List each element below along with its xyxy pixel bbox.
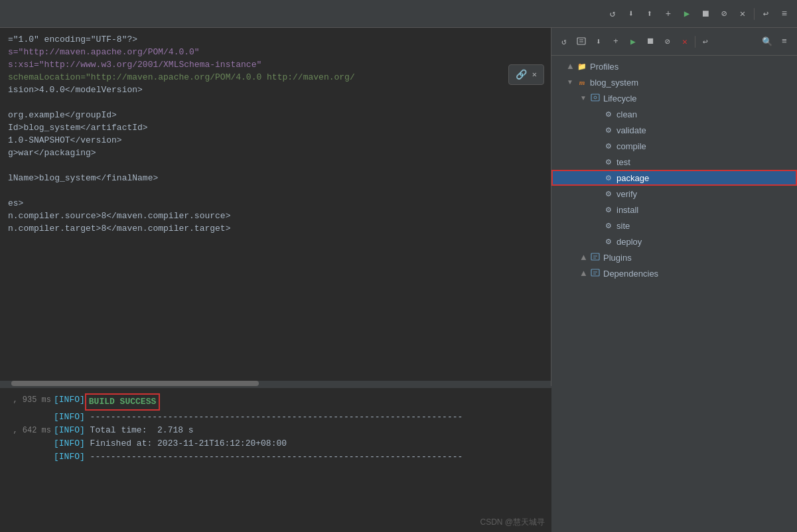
lifecycle-arrow-icon: ▼: [578, 93, 589, 103]
maven-panel: ↺ ⬇ + ▶ ⏹ ⊘ ✕ ↩ 🔍 ≡ ▶: [551, 28, 797, 532]
code-line: [0, 184, 551, 197]
notification-link-icon: 🔗: [516, 69, 527, 80]
terminal-info-tag: [INFO]: [54, 393, 85, 407]
plugins-folder-icon: [590, 252, 601, 263]
profiles-label: Profiles: [590, 62, 618, 72]
lifecycle-folder-icon: [590, 93, 601, 103]
code-hscrollbar[interactable]: [0, 381, 551, 386]
code-line: schemaLocation="http://maven.apache.org/…: [0, 71, 551, 84]
profiles-arrow-icon: ▶: [565, 61, 575, 72]
close-icon[interactable]: ✕: [735, 7, 750, 21]
test-gear-icon: ⚙: [603, 157, 614, 167]
terminal-content: , 935 ms [INFO] BUILD SUCCESS [INFO] ---…: [0, 388, 551, 532]
tree-item-profiles[interactable]: ▶ 📁 Profiles: [551, 58, 797, 74]
tree-item-clean[interactable]: ▶ ⚙ clean: [551, 106, 797, 122]
dependencies-folder-icon: [590, 268, 601, 279]
code-line: es>: [0, 197, 551, 210]
terminal-info-tag: [INFO]: [54, 411, 85, 424]
maven-refresh-icon[interactable]: ↺: [557, 34, 571, 49]
terminal-line: [INFO] Finished at: 2023-11-21T16:12:20+…: [8, 437, 543, 450]
code-line: ="1.0" encoding="UTF-8"?>: [0, 33, 551, 46]
svg-rect-8: [591, 269, 599, 276]
tree-item-plugins[interactable]: ▶ Plugins: [551, 249, 797, 265]
tree-item-verify[interactable]: ▶ ⚙ verify: [551, 186, 797, 202]
tree-item-site[interactable]: ▶ ⚙ site: [551, 218, 797, 233]
terminal-line: , 642 ms [INFO] Total time: 2.718 s: [8, 424, 543, 437]
clean-label: clean: [616, 109, 637, 119]
skip-icon[interactable]: ⊘: [717, 7, 731, 21]
refresh-icon[interactable]: ↺: [605, 7, 620, 21]
blog-system-arrow-icon: ▼: [565, 77, 575, 88]
run-icon[interactable]: ▶: [680, 7, 694, 21]
maven-sep: [695, 36, 695, 48]
deploy-gear-icon: ⚙: [603, 236, 614, 247]
lifecycle-label: Lifecycle: [603, 94, 637, 103]
main-area: 🔗 ✕ ="1.0" encoding="UTF-8"?> s="http://…: [0, 28, 797, 532]
site-label: site: [616, 221, 630, 231]
maven-generate-icon[interactable]: [574, 34, 589, 49]
maven-skip-icon[interactable]: ⊘: [660, 34, 675, 49]
install-gear-icon: ⚙: [603, 204, 614, 215]
site-gear-icon: ⚙: [603, 220, 614, 231]
tree-item-package[interactable]: ▶ ⚙ package: [551, 170, 797, 186]
tree-item-test[interactable]: ▶ ⚙ test: [551, 154, 797, 170]
tree-item-compile[interactable]: ▶ ⚙ compile: [551, 138, 797, 154]
code-line: n.compiler.source>8</maven.compiler.sour…: [0, 210, 551, 222]
validate-gear-icon: ⚙: [603, 125, 614, 135]
back-icon[interactable]: ↩: [759, 7, 773, 21]
plugins-label: Plugins: [603, 253, 632, 263]
verify-gear-icon: ⚙: [603, 188, 614, 199]
code-line: [0, 159, 551, 172]
maven-back-icon[interactable]: ↩: [698, 34, 713, 49]
tree-item-blog-system[interactable]: ▼ m blog_system: [551, 74, 797, 90]
maven-menu-icon[interactable]: ≡: [777, 34, 792, 49]
compile-label: compile: [616, 141, 646, 151]
maven-download-icon[interactable]: ⬇: [591, 34, 606, 49]
maven-close-icon[interactable]: ✕: [678, 34, 692, 49]
hscrollbar-thumb[interactable]: [11, 381, 259, 386]
tree-item-dependencies[interactable]: ▶ Dependencies: [551, 265, 797, 281]
terminal-line: [INFO] ---------------------------------…: [8, 411, 543, 424]
profiles-folder-icon: 📁: [577, 61, 587, 72]
code-line: lName>blog_system</finalName>: [0, 172, 551, 184]
maven-toolbar: ↺ ⬇ + ▶ ⏹ ⊘ ✕ ↩ 🔍 ≡: [551, 28, 797, 56]
download-icon[interactable]: ⬇: [624, 7, 638, 21]
upload-icon[interactable]: ⬆: [642, 7, 657, 21]
test-label: test: [616, 157, 630, 167]
notification-popup[interactable]: 🔗 ✕: [508, 64, 544, 85]
tree-item-lifecycle[interactable]: ▼ Lifecycle: [551, 90, 797, 106]
notification-close-button[interactable]: ✕: [532, 70, 537, 80]
code-line: g>war</packaging>: [0, 147, 551, 159]
validate-label: validate: [616, 125, 646, 135]
terminal-line: , 935 ms [INFO] BUILD SUCCESS: [8, 393, 543, 411]
build-success-highlight: BUILD SUCCESS: [85, 393, 160, 411]
code-editor: 🔗 ✕ ="1.0" encoding="UTF-8"?> s="http://…: [0, 28, 551, 386]
terminal-info-tag: [INFO]: [54, 437, 85, 450]
toolbar-icons: ↺ ⬇ ⬆ + ▶ ⏹ ⊘ ✕ ↩ ≡: [605, 7, 792, 21]
terminal-line: [INFO] ---------------------------------…: [8, 450, 543, 464]
menu-icon[interactable]: ≡: [777, 7, 792, 21]
add-icon[interactable]: +: [661, 7, 676, 21]
tree-item-install[interactable]: ▶ ⚙ install: [551, 202, 797, 218]
install-label: install: [616, 205, 638, 215]
maven-run-icon[interactable]: ▶: [626, 34, 640, 49]
svg-rect-3: [591, 94, 599, 101]
terminal-timestamp: , 642 ms: [8, 424, 51, 437]
package-gear-icon: ⚙: [603, 172, 614, 183]
dependencies-label: Dependencies: [603, 269, 658, 279]
plugins-arrow-icon: ▶: [578, 252, 589, 263]
maven-stop-icon[interactable]: ⏹: [643, 34, 658, 49]
clean-gear-icon: ⚙: [603, 109, 614, 119]
svg-rect-5: [591, 253, 599, 260]
maven-add-icon[interactable]: +: [609, 34, 623, 49]
tree-item-deploy[interactable]: ▶ ⚙ deploy: [551, 233, 797, 249]
terminal-timestamp: , 935 ms: [8, 393, 51, 407]
stop-icon[interactable]: ⏹: [698, 7, 713, 21]
top-toolbar: ↺ ⬇ ⬆ + ▶ ⏹ ⊘ ✕ ↩ ≡: [0, 0, 797, 28]
terminal-panel: , 935 ms [INFO] BUILD SUCCESS [INFO] ---…: [0, 386, 551, 532]
blog-system-label: blog_system: [590, 78, 638, 88]
tree-item-validate[interactable]: ▶ ⚙ validate: [551, 122, 797, 138]
code-line: 1.0-SNAPSHOT</version>: [0, 134, 551, 147]
terminal-text: ----------------------------------------…: [85, 450, 463, 464]
maven-search-icon[interactable]: 🔍: [760, 34, 774, 49]
